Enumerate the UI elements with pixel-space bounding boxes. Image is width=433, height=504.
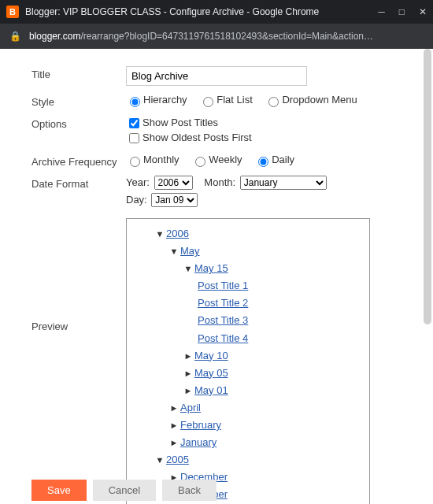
title-label: Title [31, 66, 126, 80]
close-icon[interactable]: ✕ [419, 6, 427, 17]
save-button[interactable]: Save [31, 480, 87, 501]
content-area: Title Style Hierarchy Flat List Dropdown… [0, 49, 433, 504]
tree-month-april[interactable]: ►April [169, 399, 363, 417]
frequency-weekly-radio[interactable] [195, 157, 205, 167]
year-label: Year: [126, 176, 150, 188]
tree-day-may01[interactable]: ►May 01 [183, 382, 363, 399]
options-group: Show Post Titles Show Oldest Posts First [126, 116, 414, 146]
date-format-label: Date Format [31, 176, 126, 190]
tree-post[interactable]: Post Title 4 [198, 330, 363, 347]
tree-day-may10[interactable]: ►May 10 [183, 347, 363, 365]
tree-day-may15[interactable]: ▼May 15 Post Title 1 Post Title 2 Post T… [183, 260, 363, 346]
tree-month-may[interactable]: ▼May ▼May 15 Post Title 1 Post Title 2 P… [169, 243, 363, 399]
maximize-icon[interactable]: □ [399, 6, 405, 17]
blogger-favicon: B [6, 6, 19, 18]
day-select[interactable]: Jan 09 [151, 193, 198, 207]
arrow-right-icon: ► [183, 366, 193, 381]
frequency-monthly-option[interactable]: Monthly [126, 154, 179, 165]
arrow-down-icon: ▼ [183, 261, 193, 276]
style-dropdown-option[interactable]: Dropdown Menu [265, 94, 357, 106]
arrow-right-icon: ► [183, 384, 193, 398]
tree-day-may05[interactable]: ►May 05 [183, 365, 363, 382]
frequency-radio-group: Monthly Weekly Daily [126, 154, 414, 167]
month-select[interactable]: January [240, 176, 327, 190]
style-radio-group: Hierarchy Flat List Dropdown Menu [126, 94, 414, 107]
frequency-daily-option[interactable]: Daily [254, 154, 294, 165]
frequency-daily-radio[interactable] [258, 157, 268, 167]
arrow-right-icon: ► [169, 435, 179, 450]
vertical-scrollbar[interactable] [424, 49, 431, 324]
style-flatlist-option[interactable]: Flat List [199, 94, 253, 106]
options-label: Options [31, 116, 126, 130]
show-post-titles-option[interactable]: Show Post Titles [126, 117, 218, 128]
url-text: blogger.com/rearrange?blogID=64731197615… [29, 31, 424, 42]
window-title: Blogger: VIP BLOGGER CLASS - Configure A… [25, 6, 370, 17]
preview-box: ▼2006 ▼May ▼May 15 Post Title 1 Post Tit… [126, 218, 370, 504]
back-button[interactable]: Back [162, 480, 216, 501]
frequency-weekly-option[interactable]: Weekly [191, 154, 242, 165]
show-post-titles-checkbox[interactable] [129, 118, 139, 128]
arrow-down-icon: ▼ [155, 227, 165, 242]
minimize-icon[interactable]: ─ [378, 6, 385, 17]
tree-post[interactable]: Post Title 2 [198, 295, 363, 312]
style-flatlist-radio[interactable] [203, 97, 213, 107]
month-label: Month: [204, 176, 235, 188]
arrow-right-icon: ► [169, 418, 179, 433]
style-hierarchy-radio[interactable] [130, 97, 140, 107]
style-dropdown-radio[interactable] [268, 97, 279, 107]
arrow-down-icon: ▼ [155, 453, 165, 468]
tree-post[interactable]: Post Title 1 [198, 277, 363, 295]
date-format-group: Year: 2006 Month: January Day: Jan 09 [126, 176, 414, 210]
arrow-right-icon: ► [169, 401, 179, 416]
show-oldest-first-option[interactable]: Show Oldest Posts First [126, 132, 252, 143]
tree-year-2006[interactable]: ▼2006 ▼May ▼May 15 Post Title 1 Post Tit… [155, 225, 363, 451]
lock-icon: 🔒 [9, 31, 21, 42]
style-hierarchy-option[interactable]: Hierarchy [126, 94, 187, 106]
tree-post[interactable]: Post Title 3 [198, 312, 363, 329]
tree-month-feb[interactable]: ►February [169, 417, 363, 434]
arrow-right-icon: ► [183, 349, 193, 364]
frequency-monthly-radio[interactable] [130, 157, 140, 167]
style-label: Style [31, 94, 126, 108]
cancel-button[interactable]: Cancel [93, 480, 156, 501]
window-titlebar: B Blogger: VIP BLOGGER CLASS - Configure… [0, 0, 433, 24]
button-bar: Save Cancel Back [31, 480, 216, 501]
preview-label: Preview [31, 218, 126, 332]
archive-frequency-label: Archive Frequency [31, 154, 126, 168]
year-select[interactable]: 2006 [154, 176, 193, 190]
tree-month-jan[interactable]: ►January [169, 434, 363, 451]
title-input[interactable] [126, 66, 307, 86]
address-bar[interactable]: 🔒 blogger.com/rearrange?blogID=647311976… [0, 24, 433, 49]
day-label: Day: [126, 194, 147, 206]
show-oldest-first-checkbox[interactable] [129, 133, 139, 143]
arrow-down-icon: ▼ [169, 244, 179, 259]
